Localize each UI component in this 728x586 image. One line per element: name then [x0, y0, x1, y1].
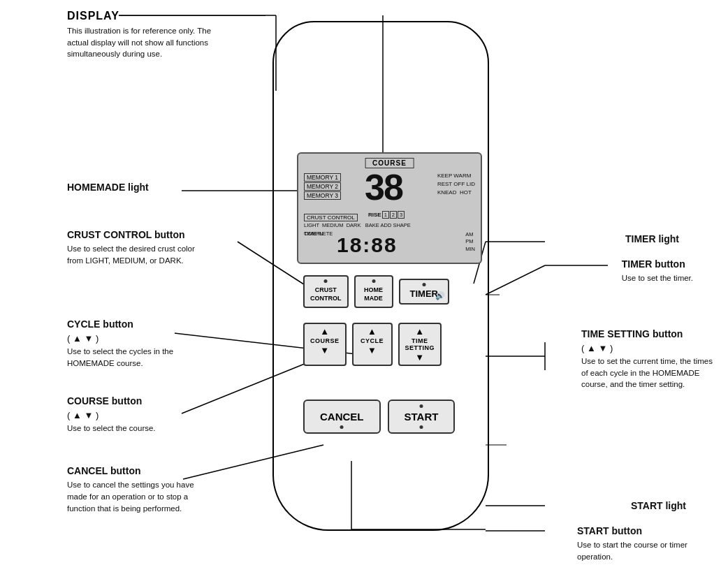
- course-button-label-block: COURSE button ( ▲ ▼ ) Use to select the …: [67, 394, 156, 434]
- lcd-memory-block: MEMORY 1 MEMORY 2 MEMORY 3: [304, 173, 342, 200]
- lcd-panel: COURSE MEMORY 1 MEMORY 2 MEMORY 3 38 KEE…: [297, 152, 482, 264]
- display-divider: [119, 15, 265, 16]
- time-setting-arrow-up: ▲: [405, 327, 435, 336]
- start-button-label-block: START button Use to start the course or …: [577, 524, 696, 563]
- svg-line-6: [183, 445, 323, 479]
- course-button[interactable]: ▲ COURSE ▼: [303, 323, 347, 366]
- lcd-time-display: 18:88: [337, 233, 398, 257]
- timer-button[interactable]: TIMER 🔊: [399, 279, 449, 305]
- display-title: DISPLAY: [67, 10, 119, 22]
- display-description: This illustration is for reference only.…: [67, 25, 221, 60]
- cancel-label: CANCEL: [320, 411, 364, 423]
- cycle-button-label-block: CYCLE button ( ▲ ▼ ) Use to select the c…: [67, 317, 200, 369]
- start-label: START: [405, 411, 439, 423]
- svg-line-9: [486, 265, 545, 295]
- lcd-big-number: 38: [365, 169, 402, 205]
- lcd-memory3: MEMORY 3: [304, 191, 341, 200]
- timer-light-dot: [422, 283, 425, 286]
- lcd-rise-row: RISE 1 2 3: [368, 211, 405, 219]
- time-setting-arrow-down: ▼: [405, 353, 435, 362]
- crust-control-button[interactable]: CRUSTCONTROL: [303, 275, 349, 308]
- start-dot: [419, 425, 423, 429]
- cancel-button-label-block: CANCEL button Use to cancel the settings…: [67, 464, 200, 514]
- cancel-dot: [340, 425, 344, 429]
- timer-button-label-block: TIMER button Use to set the timer.: [622, 257, 693, 284]
- lcd-right-labels: KEEP WARMREST OFF LIDKNEAD HOT: [437, 172, 475, 197]
- time-setting-label-block: TIME SETTING button ( ▲ ▼ ) Use to set t…: [581, 327, 714, 390]
- start-light-label-block: START light: [631, 499, 686, 514]
- lcd-memory1: MEMORY 1: [304, 173, 341, 182]
- start-button[interactable]: START: [388, 400, 456, 434]
- home-made-button[interactable]: HOMEMADE: [354, 275, 393, 308]
- timer-light-label-block: TIMER light: [625, 232, 679, 247]
- speaker-icon: 🔊: [435, 291, 445, 300]
- course-arrow-up: ▲: [310, 327, 340, 336]
- cycle-label: CYCLE: [359, 336, 386, 346]
- button-row1: CRUSTCONTROL HOMEMADE TIMER 🔊: [303, 275, 449, 308]
- course-label: COURSE: [310, 336, 340, 346]
- svg-line-5: [182, 356, 323, 413]
- cycle-button[interactable]: ▲ CYCLE ▼: [352, 323, 393, 366]
- button-row3: CANCEL START: [303, 400, 455, 434]
- start-light-dot: [419, 404, 423, 408]
- lcd-time-in: TIME IN: [304, 230, 323, 237]
- cancel-button[interactable]: CANCEL: [303, 400, 381, 434]
- homemade-light-label: HOMEMADE light: [67, 180, 149, 196]
- course-arrow-down: ▼: [310, 346, 340, 355]
- button-row2: ▲ COURSE ▼ ▲ CYCLE ▼ ▲ TIMESETTING ▼: [303, 323, 442, 366]
- lcd-crust-control: CRUST CONTROL: [304, 214, 358, 221]
- lcd-bottom-labels: LIGHT MEDIUM DARK BAKE ADD SHAPE: [304, 222, 411, 228]
- crust-control-dot: [324, 279, 328, 283]
- crust-control-label-block: CRUST CONTROL button Use to select the d…: [67, 228, 200, 267]
- lcd-memory2: MEMORY 2: [304, 182, 341, 191]
- cycle-arrow-down: ▼: [359, 346, 386, 355]
- time-setting-label: TIMESETTING: [405, 336, 435, 353]
- lcd-ampm: AMPMMIN: [465, 231, 475, 254]
- cycle-arrow-up: ▲: [359, 327, 386, 336]
- home-made-dot: [372, 279, 375, 283]
- time-setting-button[interactable]: ▲ TIMESETTING ▼: [398, 323, 442, 366]
